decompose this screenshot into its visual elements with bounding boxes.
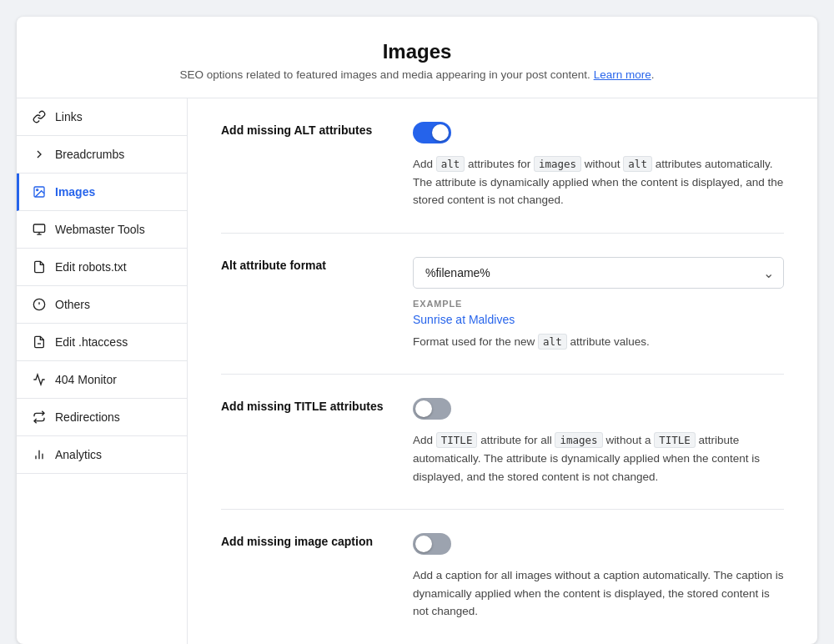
caption-toggle[interactable]	[413, 533, 451, 555]
monitor-icon	[32, 372, 47, 387]
title-attributes-setting: Add missing TITLE attributes Add TITLE a…	[221, 375, 784, 510]
sidebar-item-webmaster-tools[interactable]: Webmaster Tools	[17, 211, 187, 249]
alt-toggle-track[interactable]	[413, 122, 451, 143]
sidebar-item-analytics[interactable]: Analytics	[17, 436, 187, 474]
analytics-icon	[32, 447, 47, 462]
alt-format-desc: Format used for the new alt attribute va…	[413, 333, 784, 351]
app-container: Images SEO options related to featured i…	[17, 17, 817, 644]
sidebar-item-404-monitor[interactable]: 404 Monitor	[17, 361, 187, 399]
alt-toggle[interactable]	[413, 122, 451, 143]
images-icon	[32, 184, 47, 199]
caption-toggle-track[interactable]	[413, 533, 451, 555]
example-link[interactable]: Sunrise at Maldives	[413, 313, 515, 326]
caption-toggle-wrapper	[413, 533, 784, 558]
svg-point-3	[37, 189, 38, 191]
page-header: Images SEO options related to featured i…	[17, 17, 817, 98]
caption-toggle-thumb	[415, 536, 432, 552]
main-layout: Links Breadcrumbs	[17, 98, 817, 644]
title-attributes-label: Add missing TITLE attributes	[221, 398, 388, 413]
sidebar: Links Breadcrumbs	[17, 98, 188, 644]
caption-setting: Add missing image caption Add a caption …	[221, 510, 784, 644]
sidebar-item-htaccess[interactable]: Edit .htaccess	[17, 324, 187, 361]
sidebar-label-webmaster: Webmaster Tools	[55, 223, 145, 236]
sidebar-item-others[interactable]: Others	[17, 286, 187, 324]
sidebar-item-images[interactable]: Images	[17, 174, 187, 211]
sidebar-label-htaccess: Edit .htaccess	[55, 335, 128, 349]
example-label: EXAMPLE	[413, 299, 784, 309]
learn-more-link[interactable]: Learn more	[594, 68, 651, 81]
sidebar-item-edit-robots[interactable]: Edit robots.txt	[17, 249, 187, 286]
redirect-icon	[32, 410, 47, 425]
sidebar-label-robots: Edit robots.txt	[55, 260, 127, 274]
alt-format-select[interactable]: %filename% %title% %alt% %description%	[413, 257, 784, 289]
sidebar-label-404: 404 Monitor	[55, 373, 117, 386]
code-title-1: TITLE	[436, 432, 478, 448]
sidebar-label-images: Images	[55, 185, 95, 199]
alt-attributes-desc: Add alt attributes for images without al…	[413, 155, 784, 209]
title-toggle[interactable]	[413, 398, 451, 420]
code-images-1: images	[534, 156, 581, 172]
sidebar-label-links: Links	[55, 110, 83, 123]
title-toggle-thumb	[415, 400, 432, 417]
title-attributes-desc: Add TITLE attribute for all images witho…	[413, 431, 784, 486]
link-icon	[32, 109, 47, 124]
sidebar-label-analytics: Analytics	[55, 448, 102, 461]
sidebar-item-redirections[interactable]: Redirections	[17, 399, 187, 436]
title-toggle-track[interactable]	[413, 398, 451, 420]
others-icon	[32, 297, 47, 312]
code-alt-format: alt	[538, 334, 567, 350]
code-alt-1: alt	[436, 156, 465, 172]
title-toggle-wrapper	[413, 398, 784, 423]
alt-attributes-label: Add missing ALT attributes	[221, 122, 388, 137]
alt-format-setting: Alt attribute format %filename% %title% …	[221, 234, 784, 375]
alt-attributes-setting: Add missing ALT attributes Add alt attri…	[221, 98, 784, 234]
sidebar-label-breadcrumbs: Breadcrumbs	[55, 148, 124, 161]
htaccess-icon	[32, 335, 47, 350]
breadcrumb-icon	[32, 147, 47, 162]
sidebar-item-links[interactable]: Links	[17, 98, 187, 136]
sidebar-item-breadcrumbs[interactable]: Breadcrumbs	[17, 136, 187, 174]
alt-format-select-wrapper: %filename% %title% %alt% %description% ⌄	[413, 257, 784, 289]
page-title: Images	[50, 40, 784, 63]
sidebar-label-others: Others	[55, 298, 90, 311]
caption-desc: Add a caption for all images without a c…	[413, 566, 784, 621]
title-attributes-control: Add TITLE attribute for all images witho…	[413, 398, 784, 486]
code-alt-2: alt	[623, 156, 652, 172]
alt-format-control: %filename% %title% %alt% %description% ⌄…	[413, 257, 784, 351]
file-icon	[32, 259, 47, 274]
alt-format-label: Alt attribute format	[221, 257, 388, 272]
caption-control: Add a caption for all images without a c…	[413, 533, 784, 621]
caption-label: Add missing image caption	[221, 533, 388, 548]
alt-toggle-wrapper	[413, 122, 784, 147]
alt-toggle-thumb	[432, 124, 449, 141]
page-description: SEO options related to featured images a…	[50, 68, 784, 81]
sidebar-label-redirections: Redirections	[55, 410, 120, 424]
code-images-2: images	[555, 432, 602, 448]
webmaster-icon	[32, 222, 47, 237]
alt-attributes-control: Add alt attributes for images without al…	[413, 122, 784, 209]
svg-rect-4	[33, 224, 44, 232]
content-area: Add missing ALT attributes Add alt attri…	[188, 98, 817, 644]
code-title-2: TITLE	[654, 432, 696, 448]
